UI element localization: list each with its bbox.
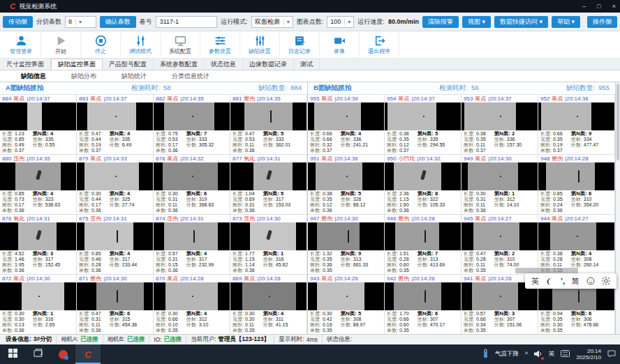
subtab-defect-info[interactable]: 缺陷信息 <box>8 72 59 81</box>
clear-alarm-button[interactable]: 清除报警 <box>422 16 459 28</box>
touch-keyboard-icon[interactable] <box>561 350 570 358</box>
stop-button[interactable]: 停止 <box>81 33 121 56</box>
defect-card[interactable]: 948 擦伤 |20:14:28 长度: 0.85 宽度: 0.35 面积: 0… <box>538 155 615 215</box>
defect-card[interactable]: 880 压伤 |20:14:35 长度: 0.85 宽度: 0.73 面积: 0… <box>0 155 77 215</box>
subtab-defect-distribution[interactable]: 缺陷分布 <box>59 72 109 81</box>
chart-points-select[interactable]: 100▾ <box>327 16 354 28</box>
parameter-settings-button[interactable]: 参数设置 <box>200 33 240 56</box>
defect-image[interactable] <box>230 103 307 130</box>
defect-card[interactable]: 879 黑点 |20:14:33 长度: 0.30 宽度: 0.44 面积: 0… <box>77 155 154 215</box>
help-menu-button[interactable]: 帮助 ▾ <box>552 16 580 28</box>
defect-image[interactable] <box>308 103 384 130</box>
ime-english-button[interactable]: 英 <box>531 276 539 287</box>
defect-card[interactable]: 954 黑点 |20:14:37 长度: 0.38 宽度: 0.35 面积: 0… <box>385 95 462 155</box>
tab-system-params[interactable]: 系统参数配置 <box>154 59 205 70</box>
moon-icon[interactable] <box>546 278 554 285</box>
defect-image[interactable] <box>230 222 307 250</box>
defect-card[interactable]: 872 黑点 |20:14:30 长度: 0.30 宽度: 0.30 面积: 0… <box>0 275 77 334</box>
defect-card[interactable]: 883 黑点 |20:14:37 长度: 0.47 宽度: 0.44 面积: 0… <box>77 95 154 155</box>
defect-card[interactable]: 877 氧化 |20:14:31 长度: 1.04 宽度: 0.69 面积: 0… <box>230 155 307 215</box>
notification-center-icon[interactable] <box>607 350 616 359</box>
defect-card[interactable]: 945 黑点 |20:14:27 长度: 0.47 宽度: 0.28 面积: 0… <box>462 215 538 275</box>
drive-side-button[interactable]: 传动侧 <box>3 16 33 28</box>
defect-card[interactable]: 944 黑点 |20:14:27 长度: 0.38 宽度: 0.28 面积: 0… <box>538 215 615 275</box>
defect-image[interactable] <box>538 103 614 130</box>
defect-card[interactable]: 871 擦伤 |20:14:30 长度: 0.47 宽度: 0.31 面积: 0… <box>77 275 154 334</box>
defect-image[interactable] <box>0 222 76 250</box>
defect-image[interactable] <box>308 222 384 250</box>
roll-number-input[interactable]: 3117-1 <box>156 16 218 28</box>
defect-image[interactable] <box>462 103 538 130</box>
defect-card[interactable]: 876 氧化 |20:14:31 长度: 4.52 宽度: 1.46 面积: 1… <box>0 215 77 275</box>
taskbar-active-app-button[interactable]: C <box>75 344 101 364</box>
ime-simplified-button[interactable]: 简 <box>572 276 580 287</box>
tab-status-info[interactable]: 状态信息 <box>205 59 243 70</box>
taskbar-app-button[interactable] <box>50 344 75 364</box>
slit-count-select[interactable]: 8▾ <box>65 16 96 28</box>
defect-card[interactable]: 952 黑点 |20:14:36 长度: 0.66 宽度: 0.35 面积: 0… <box>538 95 615 155</box>
operate-side-button[interactable]: 操作侧 <box>587 16 617 28</box>
record-video-button[interactable]: 录像 <box>320 33 360 56</box>
tray-expand-button[interactable]: ^ <box>525 351 528 358</box>
maximize-button[interactable]: □ <box>597 3 600 10</box>
defect-card[interactable]: 946 擦伤 |20:14:28 长度: 1.51 宽度: 0.28 面积: 0… <box>385 215 462 275</box>
defect-card[interactable]: 873 压伤 |20:14:30 长度: 1.77 宽度: 1.15 面积: 1… <box>230 215 307 275</box>
defect-image[interactable] <box>77 222 153 250</box>
defect-image[interactable] <box>538 222 614 250</box>
defect-card[interactable]: 942 擦伤 |20:14:26 长度: 1.70 宽度: 0.66 面积: 0… <box>385 275 462 334</box>
defect-image[interactable] <box>385 282 461 310</box>
tab-defect-monitor[interactable]: 缺陷监控界面 <box>51 59 103 70</box>
defect-image[interactable] <box>154 282 230 310</box>
ime-language-indicator[interactable]: 英 <box>549 350 555 358</box>
defect-card[interactable]: 878 黑点 |20:14:32 长度: 0.30 宽度: 0.31 面积: 0… <box>154 155 230 215</box>
defect-image[interactable] <box>77 282 153 310</box>
defect-card[interactable]: 943 黑点 |20:14:26 长度: 0.30 宽度: 0.42 面积: 0… <box>308 275 385 334</box>
view-menu-button[interactable]: 视图 ▾ <box>462 16 491 28</box>
defect-card[interactable]: 869 黑点 |20:14:28 长度: 0.30 宽度: 0.30 面积: 0… <box>230 275 307 334</box>
defect-image[interactable] <box>154 103 230 130</box>
defect-card[interactable]: 882 黑点 |20:14:35 长度: 0.75 宽度: 0.53 面积: 0… <box>154 95 230 155</box>
smiley-icon[interactable] <box>586 277 595 285</box>
start-button[interactable]: 开始 <box>41 33 81 56</box>
defect-image[interactable] <box>308 162 384 190</box>
ime-punctuation-button[interactable]: ’, <box>561 277 565 285</box>
confirm-count-button[interactable]: 确认条数 <box>100 16 136 28</box>
subtab-defect-stats[interactable]: 缺陷统计 <box>109 72 159 81</box>
login-button[interactable]: 管理登录 <box>1 33 41 56</box>
tab-size-monitor[interactable]: 尺寸监控界面 <box>0 59 51 70</box>
defect-card[interactable]: 875 压伤 |20:14:31 长度: 0.85 宽度: 0.46 面积: 0… <box>77 215 154 275</box>
defect-image[interactable] <box>0 282 76 310</box>
defect-image[interactable] <box>385 162 461 190</box>
minimize-button[interactable]: – <box>582 3 586 10</box>
defect-image[interactable] <box>538 162 614 190</box>
defect-card[interactable]: 947 擦伤 |20:14:30 长度: 1.32 宽度: 0.35 面积: 0… <box>308 215 385 275</box>
debug-mode-button[interactable]: 调试模式 <box>121 33 161 56</box>
weather-text[interactable]: 气温下降 <box>495 350 519 358</box>
start-menu-button[interactable] <box>0 344 25 364</box>
defect-image[interactable] <box>0 162 76 190</box>
run-mode-select[interactable]: 双面检测▾ <box>251 16 293 28</box>
tab-edge-data[interactable]: 边缘数据记录 <box>243 59 294 70</box>
defect-image[interactable] <box>154 162 230 190</box>
tab-product-config[interactable]: 产品型号配置 <box>103 59 154 70</box>
defect-image[interactable] <box>462 162 538 190</box>
defect-settings-button[interactable]: 缺陷设置 <box>240 33 280 56</box>
defect-image[interactable] <box>0 103 76 130</box>
defect-image[interactable] <box>230 282 307 310</box>
defect-card[interactable]: 949 黑点 |20:14:30 长度: 0.30 宽度: 0.31 面积: 0… <box>462 155 538 215</box>
system-config-button[interactable]: 系统配置 <box>161 33 200 56</box>
gear-icon[interactable] <box>602 277 610 285</box>
defect-image[interactable] <box>385 222 461 250</box>
log-record-button[interactable]: 日志记录 <box>280 33 320 56</box>
defect-card[interactable]: 870 黑点 |20:14:28 长度: 0.30 宽度: 0.66 面积: 0… <box>154 275 230 334</box>
defect-card[interactable]: 955 黑点 |20:14:39 长度: 0.66 宽度: 0.66 面积: 0… <box>308 95 385 155</box>
scrollbar-thumb[interactable] <box>617 84 619 160</box>
tab-test[interactable]: 测试 <box>294 59 320 70</box>
defect-card[interactable]: 874 压伤 |20:14:31 长度: 0.57 宽度: 0.31 面积: 0… <box>154 215 230 275</box>
defect-card[interactable]: 950 小凹坑 |20:14:32 长度: 2.36 宽度: 1.15 面积: … <box>385 155 462 215</box>
volume-icon[interactable] <box>534 350 542 359</box>
defect-card[interactable]: 881 擦伤 |20:14:35 长度: 0.47 宽度: 0.53 面积: 0… <box>230 95 307 155</box>
subtab-class-info-stats[interactable]: 分类信息统计 <box>159 72 222 81</box>
defect-image[interactable] <box>462 222 538 250</box>
close-button[interactable]: × <box>612 3 616 10</box>
